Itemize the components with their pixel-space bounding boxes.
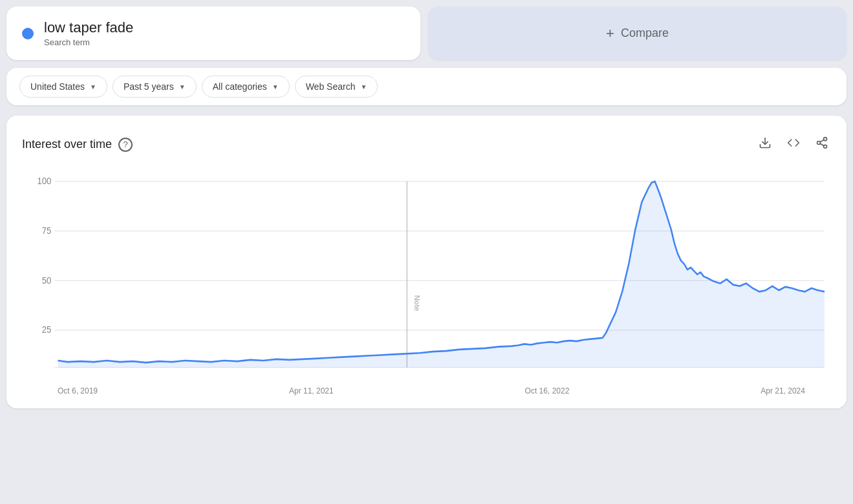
search-term-text: low taper fade Search term: [44, 19, 133, 47]
region-label: United States: [30, 81, 85, 92]
category-chevron: ▼: [272, 83, 279, 90]
y-label-50: 50: [42, 275, 52, 285]
x-label-3: Apr 21, 2024: [761, 386, 805, 395]
share-button[interactable]: [813, 134, 831, 155]
region-filter[interactable]: United States ▼: [19, 76, 107, 98]
note-text: Note: [413, 295, 421, 311]
svg-line-5: [820, 140, 824, 142]
y-label-25: 25: [42, 325, 52, 335]
x-label-1: Apr 11, 2021: [289, 386, 334, 395]
trend-chart-svg: 100 75 50 25 Note: [22, 174, 831, 381]
region-chevron: ▼: [90, 83, 96, 90]
download-icon: [759, 136, 772, 149]
search-term-card: low taper fade Search term: [6, 6, 420, 60]
share-icon: [815, 136, 828, 149]
category-label: All categories: [213, 81, 267, 92]
chart-actions: [756, 134, 831, 155]
y-label-75: 75: [42, 226, 52, 235]
chart-area: 100 75 50 25 Note: [22, 174, 831, 381]
term-name: low taper fade: [44, 19, 133, 36]
search-type-chevron: ▼: [360, 83, 367, 90]
plus-icon: +: [606, 25, 614, 42]
x-labels: Oct 6, 2019 Apr 11, 2021 Oct 16, 2022 Ap…: [22, 381, 831, 395]
term-label: Search term: [44, 37, 133, 47]
category-filter[interactable]: All categories ▼: [202, 76, 290, 98]
chart-header: Interest over time ?: [22, 134, 831, 155]
help-icon-label: ?: [123, 140, 127, 149]
time-range-label: Past 5 years: [124, 81, 174, 92]
compare-label: Compare: [621, 26, 669, 40]
help-icon[interactable]: ?: [118, 138, 133, 152]
search-type-label: Web Search: [306, 81, 356, 92]
download-button[interactable]: [756, 134, 774, 155]
search-type-filter[interactable]: Web Search ▼: [295, 76, 378, 98]
embed-button[interactable]: [784, 134, 803, 155]
y-label-100: 100: [38, 176, 52, 186]
svg-line-4: [820, 143, 824, 145]
search-dot: [22, 28, 34, 39]
chart-title-group: Interest over time ?: [22, 138, 133, 152]
chart-card: Interest over time ?: [6, 116, 847, 408]
time-range-filter[interactable]: Past 5 years ▼: [113, 76, 197, 98]
chart-title: Interest over time: [22, 138, 112, 151]
x-label-2: Oct 16, 2022: [525, 386, 570, 395]
compare-card[interactable]: + Compare: [428, 6, 847, 60]
time-range-chevron: ▼: [179, 83, 186, 90]
trend-area: [58, 182, 824, 368]
code-icon: [787, 136, 800, 149]
filters-row: United States ▼ Past 5 years ▼ All categ…: [6, 68, 847, 105]
x-label-0: Oct 6, 2019: [58, 386, 98, 395]
